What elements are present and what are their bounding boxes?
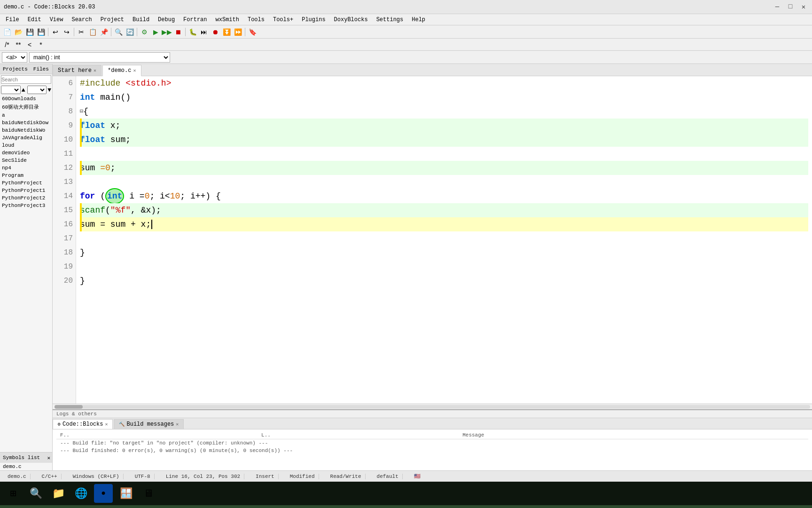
taskbar-files[interactable]: 📁 [49, 484, 68, 503]
step-over-button[interactable]: ⏭ [199, 27, 209, 37]
breakpoint-button[interactable]: ⏺ [210, 27, 220, 37]
taskbar-app1[interactable]: ● [94, 484, 113, 503]
run-button[interactable]: ▶ [150, 27, 161, 37]
taskbar-browser[interactable]: 🌐 [71, 484, 90, 503]
status-bar: demo.c C/C++ Windows (CR+LF) UTF-8 Line … [0, 470, 812, 482]
codeblocks-icon: ⚙ [58, 421, 61, 427]
cut-button[interactable]: ✂ [76, 27, 86, 37]
menu-tools-plus[interactable]: Tools+ [269, 16, 297, 24]
sidebar-filter-dropdown[interactable] [1, 86, 21, 94]
scope-dropdown[interactable]: <al> [2, 52, 27, 63]
menu-wxsmith[interactable]: wxSmith [212, 16, 243, 24]
maximize-button[interactable]: □ [786, 3, 795, 11]
menu-plugins[interactable]: Plugins [298, 16, 329, 24]
tree-item[interactable]: baiduNetdiskDow [0, 119, 52, 127]
tree-item[interactable]: PythonProject [0, 179, 52, 187]
bottom-content: F.. L.. Message --- Build file: "no targ… [53, 429, 812, 470]
save-all-button[interactable]: 💾 [36, 27, 46, 37]
menu-project[interactable]: Project [97, 16, 128, 24]
tab-demo-c-close[interactable]: ✕ [133, 68, 136, 73]
bottom-tab-build-label: Build messages [126, 421, 174, 428]
h-scroll-thumb[interactable] [55, 405, 83, 409]
comment-button[interactable]: /* [2, 40, 12, 50]
collapse-icon-8[interactable]: ⊟ [80, 104, 83, 119]
tree-item[interactable]: a [0, 111, 52, 119]
sidebar-scroll-up[interactable]: ▲ [22, 87, 25, 94]
step-out-button[interactable]: ⏩ [233, 27, 243, 37]
debug-button[interactable]: 🐛 [187, 27, 198, 37]
taskbar-display[interactable]: 🖥 [139, 484, 158, 503]
save-button[interactable]: 💾 [24, 27, 35, 37]
menu-file[interactable]: File [2, 16, 23, 24]
left-arrow-button[interactable]: < [24, 40, 35, 50]
build-button[interactable]: ⚙ [139, 27, 149, 37]
sidebar-bottom-tab-bar: Symbols list ✕ [0, 452, 52, 463]
close-button[interactable]: ✕ [799, 3, 808, 11]
sidebar-tab-files[interactable]: Files [31, 65, 52, 73]
new-button[interactable]: 📄 [2, 27, 12, 37]
stop-button[interactable]: ⏹ [173, 27, 183, 37]
tree-item[interactable]: JAVAgradeAlig [0, 134, 52, 142]
taskbar-windows[interactable]: 🪟 [117, 484, 135, 503]
menu-fortran[interactable]: Fortran [180, 16, 211, 24]
tree-item[interactable]: loud [0, 142, 52, 149]
menu-view[interactable]: View [46, 16, 67, 24]
menu-tools[interactable]: Tools [244, 16, 268, 24]
paste-button[interactable]: 📌 [99, 27, 109, 37]
bottom-tab-codeblocks-close[interactable]: ✕ [105, 421, 108, 427]
code-content[interactable]: #include <stdio.h> int main() ⊟{ float x… [76, 76, 812, 404]
file-item-demo[interactable]: demo.c [0, 463, 52, 470]
sidebar-filter-dropdown2[interactable] [27, 86, 47, 94]
tree-item[interactable]: PythonProject2 [0, 194, 52, 202]
tree-item[interactable]: baiduNetdiskWo [0, 127, 52, 134]
tab-start-here-close[interactable]: ✕ [94, 68, 96, 73]
tree-item[interactable]: PythonProject3 [0, 202, 52, 209]
right-arrow-button[interactable]: * [36, 40, 46, 50]
menu-build[interactable]: Build [129, 16, 153, 24]
horizontal-scrollbar[interactable] [53, 404, 812, 409]
tree-item[interactable]: 60驱动大师目录 [0, 103, 52, 111]
copy-button[interactable]: 📋 [87, 27, 98, 37]
uncomment-button[interactable]: ** [13, 40, 23, 50]
open-button[interactable]: 📂 [13, 27, 23, 37]
tree-item[interactable]: 60Downloads [0, 95, 52, 103]
bottom-tab-bar: ⚙ Code::Blocks ✕ 🔨 Build messages ✕ [53, 418, 812, 429]
menu-settings[interactable]: Settings [373, 16, 407, 24]
bottom-tab-build-close[interactable]: ✕ [176, 421, 179, 427]
function-dropdown[interactable]: main() : int [29, 52, 170, 63]
second-toolbar: /* ** < * [0, 39, 812, 51]
tab-start-here[interactable]: Start here ✕ [53, 65, 102, 76]
bottom-tab-codeblocks[interactable]: ⚙ Code::Blocks ✕ [53, 419, 113, 429]
menu-search[interactable]: Search [68, 16, 95, 24]
taskbar-start[interactable]: ⊞ [4, 484, 23, 503]
replace-button[interactable]: 🔄 [125, 27, 135, 37]
tree-item[interactable]: Program [0, 172, 52, 179]
sidebar-tab-projects[interactable]: Projects [0, 65, 31, 73]
menu-doxyblocks[interactable]: DoxyBlocks [330, 16, 372, 24]
bottom-tab-build[interactable]: 🔨 Build messages ✕ [114, 419, 184, 429]
tree-item[interactable]: np4 [0, 164, 52, 172]
code-int-highlight: int [105, 188, 124, 204]
sidebar-scroll-down[interactable]: ▼ [47, 87, 51, 94]
line-num-16: 16 [55, 217, 73, 231]
sidebar-search-input[interactable] [1, 75, 51, 84]
find-button[interactable]: 🔍 [113, 27, 124, 37]
code-editor[interactable]: 6 7 8 9 10 11 12 13 14 15 16 17 18 19 20… [53, 76, 812, 404]
taskbar-search[interactable]: 🔍 [26, 484, 45, 503]
tab-demo-c[interactable]: *demo.c ✕ [102, 65, 141, 76]
tree-item[interactable]: demoVideo [0, 149, 52, 157]
step-in-button[interactable]: ⏬ [221, 27, 232, 37]
bookmark-button[interactable]: 🔖 [247, 27, 258, 37]
redo-button[interactable]: ↪ [62, 27, 72, 37]
minimize-button[interactable]: — [773, 3, 782, 11]
build-run-button[interactable]: ▶▶ [162, 27, 172, 37]
title-text: demo.c - Code::Blocks 20.03 [4, 4, 95, 10]
tree-item[interactable]: PythonProject1 [0, 187, 52, 194]
tree-item[interactable]: SecSlide [0, 157, 52, 164]
sidebar-bottom-tab-symbols[interactable]: Symbols list [0, 454, 43, 461]
menu-help[interactable]: Help [408, 16, 429, 24]
sidebar-bottom-close[interactable]: ✕ [45, 455, 52, 461]
undo-button[interactable]: ↩ [50, 27, 61, 37]
menu-edit[interactable]: Edit [24, 16, 45, 24]
menu-debug[interactable]: Debug [154, 16, 179, 24]
